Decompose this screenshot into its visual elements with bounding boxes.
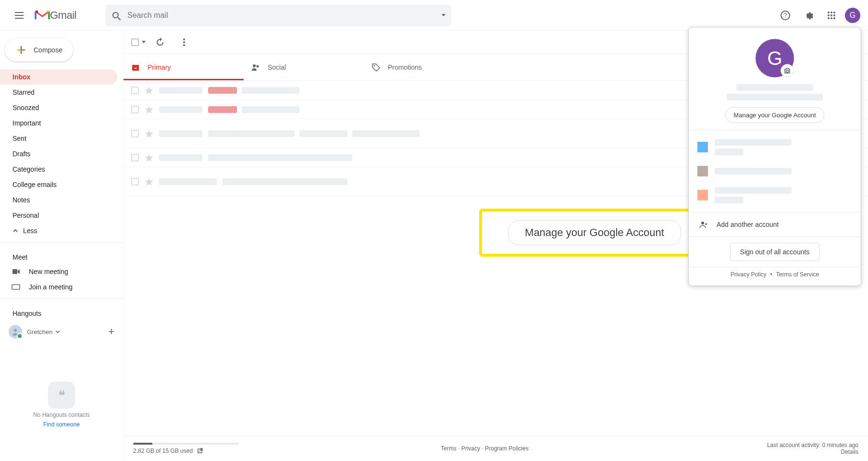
gear-icon: [803, 10, 814, 21]
hangouts-add-button[interactable]: +: [108, 325, 114, 338]
nav-label: Notes: [12, 196, 30, 204]
refresh-icon: [155, 37, 165, 48]
meet-label: Join a meeting: [29, 283, 73, 291]
hangouts-user-row[interactable]: Gretchen +: [0, 320, 123, 343]
nav-categories[interactable]: Categories: [0, 162, 117, 177]
svg-point-17: [257, 65, 259, 67]
svg-point-8: [828, 17, 830, 19]
account-option[interactable]: [697, 135, 852, 159]
svg-point-22: [701, 222, 704, 224]
nav-label: Less: [23, 227, 37, 235]
row-checkbox[interactable]: [131, 106, 139, 113]
compose-button[interactable]: Compose: [5, 38, 73, 62]
search-options-button[interactable]: [441, 14, 446, 16]
sign-out-button[interactable]: Sign out of all accounts: [730, 243, 820, 261]
svg-point-14: [183, 41, 185, 43]
add-account-label: Add another account: [717, 221, 779, 228]
details-link[interactable]: Details: [841, 449, 858, 455]
change-photo-button[interactable]: [781, 64, 794, 77]
search-bar[interactable]: [105, 4, 451, 26]
account-option[interactable]: [697, 159, 852, 183]
privacy-policy-link[interactable]: Privacy Policy: [731, 271, 767, 278]
external-link-icon[interactable]: [197, 448, 203, 454]
account-menu: G Manage your Google Account Add another…: [688, 27, 861, 286]
inbox-icon: [131, 63, 140, 72]
nav-label: Personal: [12, 212, 39, 219]
tab-primary[interactable]: Primary: [124, 54, 244, 80]
row-checkbox[interactable]: [131, 178, 139, 186]
nav-label: Inbox: [12, 73, 30, 81]
chevron-down-icon[interactable]: [55, 330, 60, 333]
row-checkbox[interactable]: [131, 87, 139, 94]
account-option[interactable]: [697, 183, 852, 207]
app-header: Gmail ? G: [0, 0, 868, 31]
more-vert-icon: [179, 37, 189, 48]
svg-point-4: [833, 12, 835, 13]
search-icon: [111, 11, 121, 20]
apps-button[interactable]: [822, 6, 841, 25]
meet-section-title: Meet: [0, 247, 123, 264]
refresh-button[interactable]: [150, 33, 170, 52]
star-icon[interactable]: [145, 129, 153, 138]
nav-important[interactable]: Important: [0, 115, 117, 131]
meet-new-meeting[interactable]: New meeting: [0, 264, 123, 279]
select-all[interactable]: [131, 38, 146, 46]
star-icon[interactable]: [145, 86, 153, 95]
account-avatar[interactable]: G: [845, 8, 860, 23]
help-icon: ?: [780, 10, 791, 21]
tab-label: Primary: [148, 63, 171, 71]
star-icon[interactable]: [145, 153, 153, 162]
compose-plus-icon: [15, 44, 27, 56]
star-icon[interactable]: [145, 105, 153, 114]
svg-point-12: [14, 329, 17, 332]
tos-link[interactable]: Terms of Service: [776, 271, 819, 278]
other-accounts: [689, 130, 861, 212]
tab-social[interactable]: Social: [244, 54, 364, 80]
tab-promotions[interactable]: Promotions: [364, 54, 484, 80]
people-icon: [251, 63, 260, 72]
svg-point-10: [833, 17, 835, 19]
row-checkbox[interactable]: [131, 130, 139, 137]
svg-point-2: [828, 12, 830, 13]
svg-point-6: [831, 14, 832, 16]
svg-point-18: [374, 65, 375, 66]
nav-label: Drafts: [12, 150, 30, 158]
nav-sent[interactable]: Sent: [0, 131, 117, 146]
chat-bubble-icon: ❝: [48, 382, 75, 409]
nav-personal[interactable]: Personal: [0, 208, 117, 223]
nav-drafts[interactable]: Drafts: [0, 146, 117, 162]
gmail-logo[interactable]: Gmail: [35, 9, 76, 22]
hangouts-empty-state: ❝ No Hangouts contacts Find someone: [0, 382, 123, 428]
nav-starred[interactable]: Starred: [0, 85, 117, 100]
nav-college-emails[interactable]: College emails: [0, 177, 117, 192]
support-button[interactable]: ?: [776, 6, 795, 25]
add-account-button[interactable]: Add another account: [689, 212, 861, 237]
nav-inbox[interactable]: Inbox: [0, 69, 117, 85]
meet-join-meeting[interactable]: Join a meeting: [0, 279, 123, 295]
storage-text: 2.82 GB of 15 GB used: [133, 448, 193, 454]
star-icon[interactable]: [145, 177, 153, 186]
settings-button[interactable]: [799, 6, 818, 25]
svg-point-16: [253, 64, 256, 67]
svg-point-9: [831, 17, 832, 19]
nav-snoozed[interactable]: Snoozed: [0, 100, 117, 115]
more-button[interactable]: [174, 33, 194, 52]
svg-point-15: [183, 44, 185, 46]
footer-links: Terms · Privacy · Program Policies: [441, 445, 529, 452]
manage-account-button[interactable]: Manage your Google Account: [725, 107, 824, 123]
footer-policy-links[interactable]: Terms · Privacy · Program Policies: [441, 445, 529, 452]
content-footer: 2.82 GB of 15 GB used Terms · Privacy · …: [124, 436, 868, 461]
add-person-icon: [699, 220, 708, 229]
keyboard-icon: [12, 283, 20, 291]
footer-separator: •: [770, 271, 772, 278]
hangouts-username: Gretchen: [27, 328, 52, 336]
annotation-callout: Manage your Google Account: [479, 209, 710, 257]
svg-point-13: [183, 38, 185, 40]
search-input[interactable]: [121, 11, 441, 20]
hangouts-find-link[interactable]: Find someone: [43, 421, 80, 428]
row-checkbox[interactable]: [131, 154, 139, 162]
nav-notes[interactable]: Notes: [0, 192, 117, 208]
nav-less[interactable]: Less: [0, 223, 117, 238]
main-menu-button[interactable]: [8, 4, 31, 27]
svg-rect-11: [12, 285, 20, 289]
